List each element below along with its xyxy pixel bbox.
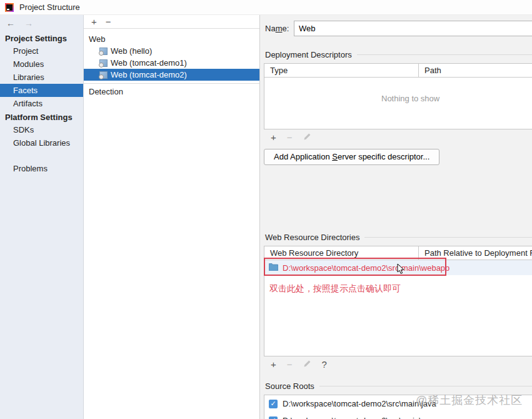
add-descriptor-icon[interactable]: +: [271, 132, 276, 143]
add-web-resource-icon[interactable]: +: [271, 359, 276, 370]
sidebar-item-artifacts[interactable]: Artifacts: [0, 97, 83, 110]
facets-tree: Web Web (hello) Web (tomcat-demo1) Web (…: [84, 29, 259, 98]
checkbox-checked-icon[interactable]: ✓: [269, 416, 278, 419]
tree-separator: [84, 83, 259, 84]
back-icon[interactable]: ←: [6, 18, 15, 28]
sidebar-item-sdks[interactable]: SDKs: [0, 123, 83, 136]
tree-node-detection[interactable]: Detection: [84, 86, 259, 98]
sidebar-item-project[interactable]: Project: [0, 44, 83, 58]
section-divider: [364, 237, 532, 238]
source-root-path: D:\workspace\tomcat-demo2\src\main\java: [283, 399, 436, 408]
tree-node-web-tomcat-demo1[interactable]: Web (tomcat-demo1): [84, 57, 259, 69]
tree-node-label: Web (tomcat-demo2): [111, 70, 187, 79]
project-structure-dialog: Project Structure ← → Project Settings P…: [0, 0, 532, 419]
web-resource-directories-body[interactable]: D:\workspace\tomcat-demo2\src\main\webap…: [264, 260, 532, 356]
web-facet-icon: [99, 48, 108, 55]
web-resource-directories-table: Web Resource Directory Path Relative to …: [264, 246, 532, 356]
remove-descriptor-icon[interactable]: −: [287, 132, 293, 143]
group-project-settings: Project Settings: [0, 31, 83, 44]
deployment-descriptors-body[interactable]: Nothing to show: [264, 78, 532, 129]
column-header-type[interactable]: Type: [264, 64, 419, 77]
add-facet-button[interactable]: +: [91, 17, 97, 26]
history-nav: ← →: [0, 15, 83, 31]
tree-node-web-root[interactable]: Web: [84, 33, 259, 45]
facets-toolbar: + −: [84, 15, 259, 29]
remove-facet-button[interactable]: −: [106, 17, 111, 26]
sidebar-item-libraries[interactable]: Libraries: [0, 71, 83, 84]
edit-descriptor-icon[interactable]: [303, 132, 311, 143]
facet-name-input[interactable]: [294, 21, 532, 36]
column-header-web-resource-directory[interactable]: Web Resource Directory: [264, 246, 419, 260]
folder-icon: [269, 263, 278, 273]
sidebar-item-facets[interactable]: Facets: [0, 84, 83, 97]
mouse-cursor-icon: [397, 263, 405, 277]
remove-web-resource-icon[interactable]: −: [287, 359, 293, 370]
forward-icon[interactable]: →: [24, 18, 33, 28]
web-facet-icon: [99, 59, 108, 67]
tree-node-label: Web (tomcat-demo1): [111, 58, 187, 68]
checkbox-checked-icon[interactable]: ✓: [269, 400, 278, 408]
tree-node-label: Web (hello): [111, 46, 152, 56]
edit-web-resource-icon[interactable]: [303, 359, 311, 370]
facet-detail-panel: Name: Deployment Descriptors Type Path N…: [260, 15, 532, 419]
tree-node-web-hello[interactable]: Web (hello): [84, 45, 259, 57]
empty-table-text: Nothing to show: [381, 94, 439, 103]
facet-name-label: Name:: [265, 24, 294, 33]
site-watermark: @稀土掘金技术社区: [416, 393, 523, 408]
help-icon[interactable]: ?: [322, 359, 327, 370]
deployment-descriptors-toolbar: + −: [264, 129, 532, 144]
web-resource-path: D:\workspace\tomcat-demo2\src\main\webap…: [283, 263, 449, 273]
sidebar-item-global-libraries[interactable]: Global Libraries: [0, 136, 83, 149]
source-root-path: D:\workspace\tomcat-demo2\src\main\resou…: [283, 416, 457, 419]
window-title: Project Structure: [19, 3, 80, 12]
tree-node-web-tomcat-demo2[interactable]: Web (tomcat-demo2): [84, 69, 259, 81]
deployment-descriptors-table: Type Path Nothing to show: [264, 63, 532, 129]
table-header-row: Type Path: [264, 64, 532, 78]
table-header-row: Web Resource Directory Path Relative to …: [264, 246, 532, 260]
group-platform-settings: Platform Settings: [0, 110, 83, 123]
sidebar-item-problems[interactable]: Problems: [0, 162, 83, 175]
source-roots-header: Source Roots: [265, 381, 532, 391]
source-root-row[interactable]: ✓ D:\workspace\tomcat-demo2\src\main\res…: [264, 412, 532, 419]
column-header-path[interactable]: Path: [419, 64, 532, 77]
section-divider: [319, 386, 532, 386]
web-facet-icon: [99, 71, 108, 79]
facets-tree-panel: + − Web Web (hello) Web (tomcat-demo1) W…: [84, 15, 260, 419]
intellij-logo-icon: [5, 3, 14, 12]
annotation-text: 双击此处，按照提示点击确认即可: [269, 283, 532, 295]
add-app-server-descriptor-button[interactable]: Add Application Server specific descript…: [264, 149, 439, 165]
deployment-descriptors-header: Deployment Descriptors: [265, 50, 532, 59]
sidebar-item-modules[interactable]: Modules: [0, 58, 83, 71]
section-divider: [357, 54, 532, 55]
web-resources-toolbar: + − ?: [264, 356, 532, 371]
column-header-path-relative[interactable]: Path Relative to Deployment Roo: [419, 246, 532, 260]
title-bar: Project Structure: [0, 0, 532, 15]
settings-sidebar: ← → Project Settings Project Modules Lib…: [0, 15, 84, 419]
web-resource-directories-header: Web Resource Directories: [265, 233, 532, 242]
